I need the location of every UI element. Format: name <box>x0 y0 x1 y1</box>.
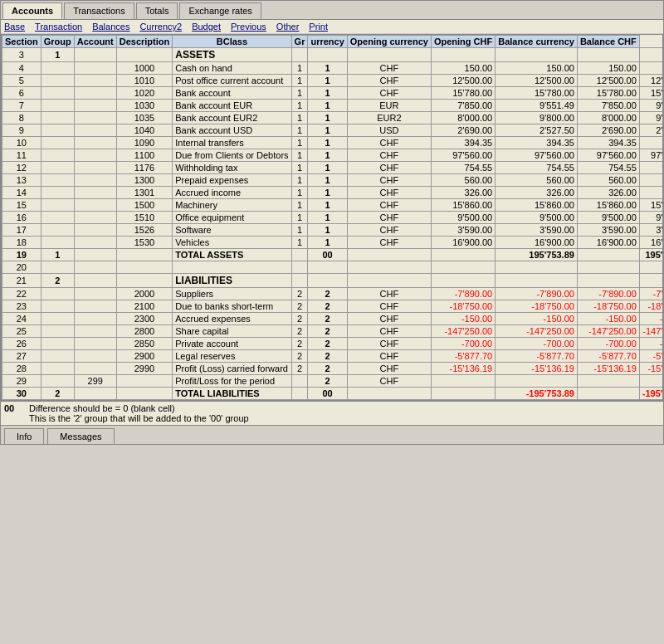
menu-currency2[interactable]: Currency2 <box>139 22 182 32</box>
table-row: 262850Private account22CHF-700.00-700.00… <box>2 338 664 350</box>
col-header-bclass: BClass <box>173 36 291 48</box>
col-header-opening-chf: Opening CHF <box>431 36 495 48</box>
menu-bar: Base Transaction Balances Currency2 Budg… <box>1 20 663 34</box>
tab-totals[interactable]: Totals <box>136 2 178 19</box>
table-row: 51010Post office current account11CHF12'… <box>2 75 664 87</box>
accounts-table-container[interactable]: Section Group Account Description BClass… <box>1 34 663 401</box>
table-row: 171526Software11CHF3'590.003'590.003'590… <box>2 224 664 237</box>
table-row: 111100Due from Clients or Debtors11CHF97… <box>2 149 664 162</box>
menu-print[interactable]: Print <box>309 22 328 32</box>
menu-previous[interactable]: Previous <box>231 22 266 32</box>
status-code: 00 <box>4 403 29 413</box>
table-row: 252800Share capital22CHF-147'250.00-147'… <box>2 325 664 338</box>
table-row: 131300Prepaid expenses11CHF560.00560.005… <box>2 174 664 187</box>
menu-balances[interactable]: Balances <box>92 22 129 32</box>
table-row: 91040Bank account USD11USD2'690.002'527.… <box>2 124 664 137</box>
col-header-opening-currency: Opening currency <box>347 36 431 48</box>
col-header-gr: Gr <box>291 36 308 48</box>
col-header-account: Account <box>74 36 116 48</box>
tab-exchange-rates[interactable]: Exchange rates <box>179 2 261 19</box>
table-row: 282990Profit (Loss) carried forward22CHF… <box>2 363 664 375</box>
status-line-1: 00 Difference should be = 0 (blank cell) <box>4 403 660 413</box>
bottom-tab-messages[interactable]: Messages <box>47 428 114 444</box>
table-row: 41000Cash on hand11CHF150.00150.00150.00… <box>2 62 664 75</box>
table-row: 81035Bank account EUR211EUR28'000.009'80… <box>2 112 664 124</box>
table-row: 121176Withholding tax11CHF754.55754.5575… <box>2 162 664 174</box>
menu-transaction[interactable]: Transaction <box>35 22 82 32</box>
status-message-2: This is the '2' group that will be added… <box>29 413 660 423</box>
tab-accounts[interactable]: Accounts <box>2 2 62 19</box>
table-row: 181530Vehicles11CHF16'900.0016'900.0016'… <box>2 237 664 249</box>
table-row: 232100Due to banks short-term22CHF-18'75… <box>2 300 664 313</box>
status-line-2: This is the '2' group that will be added… <box>4 413 660 423</box>
top-tab-bar: Accounts Transactions Totals Exchange ra… <box>1 1 663 20</box>
table-row: 302TOTAL LIABILITIES00-195'753.89-195'75… <box>2 388 664 400</box>
table-row: 161510Office equipment11CHF9'500.009'500… <box>2 212 664 224</box>
table-row: 61020Bank account11CHF15'780.0015'780.00… <box>2 87 664 100</box>
col-header-group: Group <box>41 36 74 48</box>
table-row: 222000Suppliers22CHF-7'890.00-7'890.00-7… <box>2 288 664 300</box>
table-row: 141301Accrued income11CHF326.00326.00326… <box>2 187 664 199</box>
status-bar: 00 Difference should be = 0 (blank cell)… <box>1 401 663 425</box>
col-header-currency: urrency <box>308 36 347 48</box>
status-message-1: Difference should be = 0 (blank cell) <box>29 403 660 413</box>
table-row: 191TOTAL ASSETS00195'753.89195'753.89 <box>2 249 664 261</box>
accounts-table: Section Group Account Description BClass… <box>2 35 663 400</box>
col-header-description: Description <box>116 36 173 48</box>
table-row: 212LIABILITIES <box>2 274 664 288</box>
table-row: 71030Bank account EUR11EUR7'850.009'551.… <box>2 100 664 112</box>
table-row: 272900Legal reserves22CHF-5'877.70-5'877… <box>2 350 664 363</box>
bottom-tab-bar: Info Messages <box>1 425 663 444</box>
table-row: 242300Accrued expenses22CHF-150.00-150.0… <box>2 313 664 325</box>
menu-budget[interactable]: Budget <box>192 22 221 32</box>
table-row: 20 <box>2 261 664 274</box>
table-row: 151500Machinery11CHF15'860.0015'860.0015… <box>2 199 664 212</box>
bottom-tab-info[interactable]: Info <box>4 428 44 444</box>
tab-transactions[interactable]: Transactions <box>64 2 134 19</box>
col-header-balance-currency: Balance currency <box>496 36 578 48</box>
table-row: 31ASSETS <box>2 48 664 62</box>
menu-other[interactable]: Other <box>276 22 300 32</box>
main-window: Accounts Transactions Totals Exchange ra… <box>0 0 664 445</box>
col-header-section: Section <box>2 36 42 48</box>
col-header-balance-chf: Balance CHF <box>577 36 639 48</box>
status-code-2 <box>4 413 29 423</box>
menu-base[interactable]: Base <box>4 22 25 32</box>
table-row: 101090Internal transfers11CHF394.35394.3… <box>2 137 664 149</box>
table-row: 29299Profit/Loss for the period2CHF <box>2 375 664 388</box>
